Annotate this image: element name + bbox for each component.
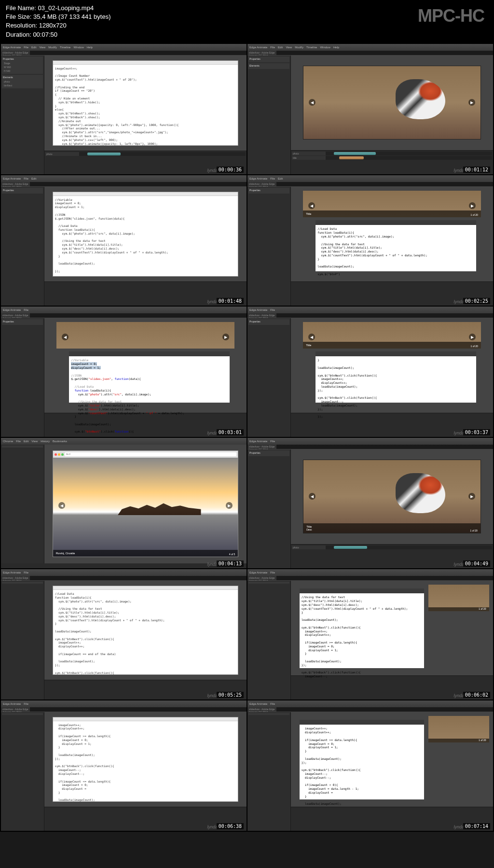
next-button[interactable]: ▶ <box>468 493 475 500</box>
document-tab: slideshow - Adobe Edge Animate CC 2014 <box>1 51 30 55</box>
thumbnail-6[interactable]: Edge AnimateFile slideshow - Adobe Edge … <box>247 307 493 437</box>
slideshow-preview: ◀ ▶ TitleDesc1 of 20 <box>303 460 481 533</box>
resolution: 1280x720 <box>39 22 67 29</box>
next-button[interactable]: ▶ <box>468 99 475 106</box>
timestamp: 00:00:36 <box>217 167 244 173</box>
mpc-logo: MPC-HC <box>418 6 484 26</box>
browser-menu: ChromeFileEditViewHistoryBookmarks <box>1 438 247 445</box>
thumbnail-11[interactable]: Edge AnimateFile slideshow - Adobe Edge … <box>1 700 247 831</box>
code-popup: imageCount++; displayCount++; if(imageCo… <box>299 719 425 800</box>
thumbnail-4[interactable]: Edge AnimateFileEdit slideshow - Adobe E… <box>247 175 493 306</box>
prev-button[interactable]: ◀ <box>309 99 316 106</box>
thumbnail-2[interactable]: Edge AnimateFileEditViewModifyTimelineWi… <box>247 44 493 174</box>
filesize: 35,4 MB (37 133 441 bytes) <box>33 13 110 20</box>
menu-bar: Edge AnimateFileEditViewModifyTimelineWi… <box>1 44 247 51</box>
slideshow-preview: ◀ ▶ <box>303 66 481 140</box>
prev-button[interactable]: ◀ <box>309 493 316 500</box>
browser-window: file:/// ◀ ▶ Rovinj, Croatia4 of 5 <box>53 450 238 557</box>
code-popup: //Using the data for text sym.$("title")… <box>299 588 425 669</box>
file-info-header: File Name: 03_02-Looping.mp4 File Size: … <box>0 0 494 43</box>
code-editor: //Load Data function loadData(i){ sym.$(… <box>53 586 238 675</box>
thumbnail-12[interactable]: Edge AnimateFile slideshow - Adobe Edge … <box>247 700 493 831</box>
side-panel: PropertiesStageW 960H 540 Elementsphotob… <box>1 56 44 174</box>
thumbnail-8[interactable]: Edge AnimateFile slideshow - Adobe Edge … <box>247 438 493 568</box>
duration: 00:07:50 <box>33 31 57 38</box>
bird-image <box>396 473 445 513</box>
next-button[interactable]: ▶ <box>226 502 233 509</box>
thumbnail-1[interactable]: Edge AnimateFileEditViewModifyTimelineWi… <box>1 44 247 174</box>
thumbnail-7[interactable]: ChromeFileEditViewHistoryBookmarks file:… <box>1 438 247 568</box>
url-bar[interactable]: file:/// <box>65 452 236 456</box>
thumbnail-5[interactable]: Edge AnimateFile slideshow - Adobe Edge … <box>1 307 247 437</box>
code-editor: //Variable imageCount = 0; displayCount … <box>53 192 238 277</box>
watermark: lynda <box>207 168 218 173</box>
code-popup: } loadData(imageCount); sym.$("btnNext")… <box>315 351 477 403</box>
code-editor: imageCount++; //Image Count Number sym.$… <box>53 60 238 146</box>
bird-image <box>396 79 445 119</box>
code-popup: //Load Data function loadData(i){ sym.$(… <box>315 220 477 272</box>
code-popup: //Variable imageCount = 0; displayCount … <box>69 351 230 403</box>
filename: 03_02-Looping.mp4 <box>38 4 94 12</box>
sunset-slideshow: ◀ ▶ Rovinj, Croatia4 of 5 <box>53 458 238 557</box>
thumbnail-10[interactable]: Edge AnimateFile slideshow - Adobe Edge … <box>247 569 493 700</box>
prev-button[interactable]: ◀ <box>58 502 65 509</box>
thumbnail-9[interactable]: Edge AnimateFile slideshow - Adobe Edge … <box>1 569 247 700</box>
code-editor: imageCount++; displayCount++; if(imageCo… <box>53 717 238 802</box>
thumbnail-grid: Edge AnimateFileEditViewModifyTimelineWi… <box>0 43 494 832</box>
thumbnail-3[interactable]: Edge AnimateFileEdit slideshow - Adobe E… <box>1 175 247 306</box>
